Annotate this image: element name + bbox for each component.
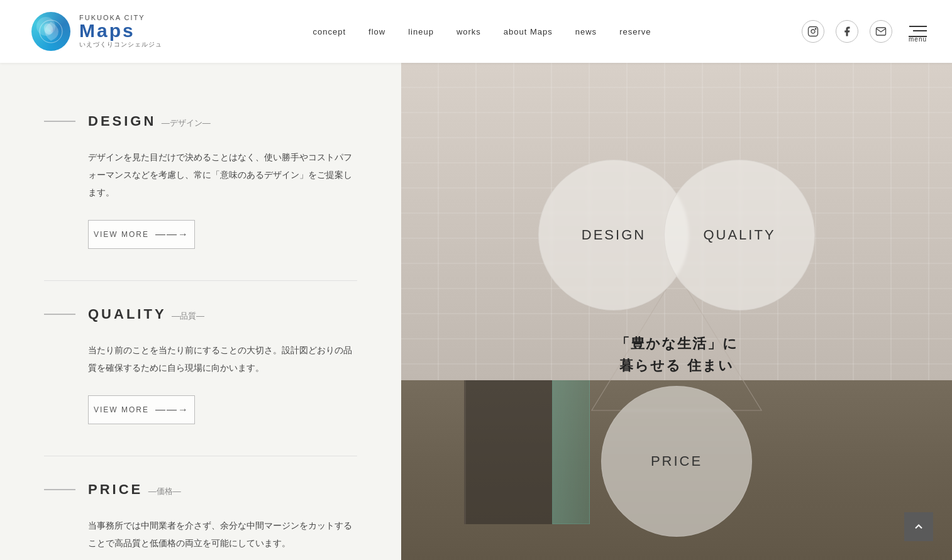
venn-overlay: DESIGN QUALITY PRICE 「豊かな生活」に 暮らせる 住まい [401, 63, 952, 560]
logo-maps: Maps [79, 21, 162, 40]
quality-view-more-button[interactable]: VIEW MORE ——→ [88, 395, 195, 424]
left-panel: DESIGN —デザイン— デザインを見た目だけで決めることはなく、使い勝手やコ… [0, 63, 401, 560]
scroll-top-button[interactable] [904, 512, 933, 541]
design-title: DESIGN —デザイン— [88, 113, 211, 129]
design-line [44, 121, 75, 122]
venn-container: DESIGN QUALITY PRICE 「豊かな生活」に 暮らせる 住まい [513, 147, 840, 556]
venn-center-line1: 「豊かな生活」に [616, 332, 738, 354]
nav-works[interactable]: works [457, 27, 481, 36]
facebook-button[interactable] [836, 20, 858, 43]
menu-button[interactable]: menu [909, 26, 927, 37]
venn-design-label: DESIGN [582, 227, 646, 243]
venn-circle-quality: QUALITY [664, 160, 815, 310]
venn-center-line2: 暮らせる 住まい [616, 355, 738, 377]
svg-point-3 [811, 30, 815, 33]
logo-text: FUKUOKA CITY Maps いえづくりコンシェルジュ [79, 14, 162, 49]
nav-news[interactable]: news [575, 27, 597, 36]
venn-price-label: PRICE [651, 453, 702, 469]
svg-point-4 [815, 28, 816, 30]
design-section: DESIGN —デザイン— デザインを見た目だけで決めることはなく、使い勝手やコ… [44, 88, 357, 281]
quality-title-row: QUALITY —品質— [44, 306, 357, 322]
logo-icon [31, 12, 70, 51]
main-nav: concept flow lineup works about Maps new… [313, 27, 651, 36]
price-title-text: PRICE [88, 481, 143, 497]
nav-concept[interactable]: concept [313, 27, 346, 36]
nav-flow[interactable]: flow [368, 27, 385, 36]
quality-section: QUALITY —品質— 当たり前のことを当たり前にすることの大切さ。設計図どお… [44, 281, 357, 456]
menu-label: menu [909, 36, 927, 37]
quality-line [44, 314, 75, 315]
nav-reserve[interactable]: reserve [619, 27, 651, 36]
design-subtitle: —デザイン— [162, 118, 211, 128]
logo-sub: いえづくりコンシェルジュ [79, 40, 162, 49]
price-title: PRICE —価格— [88, 481, 181, 498]
nav-about-maps[interactable]: about Maps [504, 27, 553, 36]
price-section: PRICE —価格— 当事務所では中間業者を介さず、余分な中間マージンをカットす… [44, 456, 357, 560]
price-title-row: PRICE —価格— [44, 481, 357, 498]
price-body: 当事務所では中間業者を介さず、余分な中間マージンをカットすることで高品質と低価格… [44, 517, 357, 552]
price-line [44, 489, 75, 490]
venn-center-text: 「豊かな生活」に 暮らせる 住まい [616, 332, 738, 376]
header-icons: menu [802, 20, 927, 43]
quality-title-text: QUALITY [88, 306, 167, 322]
design-view-more-button[interactable]: VIEW MORE ——→ [88, 220, 195, 249]
main-wrapper: DESIGN —デザイン— デザインを見た目だけで決めることはなく、使い勝手やコ… [0, 0, 952, 560]
right-panel: DESIGN QUALITY PRICE 「豊かな生活」に 暮らせる 住まい [401, 63, 952, 560]
instagram-button[interactable] [802, 20, 824, 43]
header: FUKUOKA CITY Maps いえづくりコンシェルジュ concept f… [0, 0, 952, 63]
logo-area[interactable]: FUKUOKA CITY Maps いえづくりコンシェルジュ [31, 12, 162, 51]
venn-quality-label: QUALITY [703, 227, 775, 243]
quality-body: 当たり前のことを当たり前にすることの大切さ。設計図どおりの品質を確保するために自… [44, 341, 357, 376]
quality-title: QUALITY —品質— [88, 306, 204, 322]
arrow-right-icon-2: ——→ [155, 404, 189, 415]
mail-button[interactable] [870, 20, 892, 43]
quality-subtitle: —品質— [172, 311, 204, 321]
design-title-row: DESIGN —デザイン— [44, 113, 357, 129]
svg-rect-2 [808, 27, 817, 36]
venn-circle-price: PRICE [601, 386, 752, 537]
arrow-right-icon: ——→ [155, 229, 189, 240]
price-subtitle: —価格— [148, 486, 181, 496]
nav-lineup[interactable]: lineup [408, 27, 434, 36]
design-body: デザインを見た目だけで決めることはなく、使い勝手やコストパフォーマンスなどを考慮… [44, 148, 357, 201]
design-title-text: DESIGN [88, 113, 156, 129]
